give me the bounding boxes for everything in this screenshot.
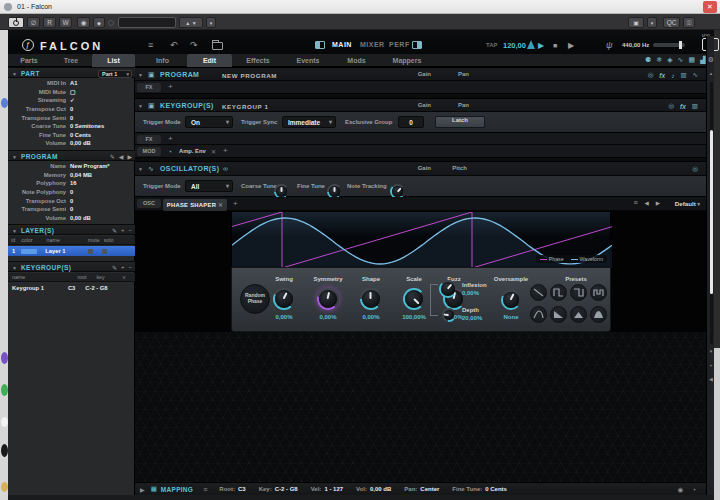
- property-value[interactable]: New Program*: [70, 163, 110, 169]
- plugin-activate-button[interactable]: [8, 17, 24, 28]
- main-menu-icon[interactable]: ≡: [148, 40, 153, 50]
- song-play-button[interactable]: ▶: [568, 41, 574, 50]
- output-icon[interactable]: ◎: [648, 71, 654, 79]
- controller-icon[interactable]: ◈: [667, 56, 672, 64]
- fx-icon[interactable]: fx: [659, 72, 665, 79]
- tap-tempo-button[interactable]: TAP: [486, 42, 498, 48]
- part-section-header[interactable]: ▼ PART Part 1: [8, 67, 135, 78]
- prev-program-icon[interactable]: ◀: [119, 153, 124, 160]
- property-value[interactable]: 0: [70, 106, 73, 112]
- stop-button[interactable]: ■: [553, 42, 557, 49]
- scroll-up-arrow[interactable]: ▴: [707, 70, 715, 76]
- midi-note-icon[interactable]: ♪: [671, 72, 674, 79]
- collapse-triangle-icon[interactable]: ▼: [12, 228, 17, 234]
- program-name[interactable]: NEW PROGRAM: [222, 72, 277, 79]
- status-field[interactable]: Pan:Center: [404, 486, 439, 492]
- close-button[interactable]: ✕: [703, 1, 717, 13]
- edit-icon[interactable]: ✎: [112, 227, 117, 234]
- add-mod-button[interactable]: +: [223, 146, 228, 155]
- property-value[interactable]: 0: [70, 189, 73, 195]
- collapse-triangle-icon[interactable]: ▼: [12, 154, 17, 160]
- preset-square-button[interactable]: [550, 284, 567, 301]
- collapse-triangle-icon[interactable]: ▼: [12, 71, 17, 77]
- lock-status-icon[interactable]: ◔: [692, 486, 696, 494]
- property-value[interactable]: 0: [70, 198, 73, 204]
- scrollbar-thumb[interactable]: [710, 130, 713, 294]
- next-preset-icon[interactable]: ▶: [656, 200, 660, 206]
- trigger-sync-dropdown[interactable]: Immediate: [282, 116, 336, 128]
- keygroup-root[interactable]: C3: [68, 285, 75, 291]
- envelope-icon[interactable]: ◔: [168, 148, 172, 155]
- symmetry-knob[interactable]: [317, 288, 339, 310]
- part-selector[interactable]: Part 1: [98, 70, 132, 78]
- status-field[interactable]: Fine Tune:0 Cents: [452, 486, 507, 492]
- edit-icon[interactable]: ✎: [112, 264, 117, 271]
- settings-gear-icon[interactable]: ⚙: [707, 56, 715, 64]
- property-value[interactable]: 0 Semitones: [70, 123, 104, 129]
- mapping-empty-area[interactable]: [135, 332, 706, 482]
- remove-mod-icon[interactable]: ✕: [211, 148, 216, 155]
- status-field-value[interactable]: 0,00 dB: [370, 486, 391, 492]
- levels-icon[interactable]: ▥: [680, 71, 686, 79]
- snapshot-icon[interactable]: ▣: [628, 17, 644, 28]
- preset-menu-dropdown[interactable]: ▾: [206, 17, 216, 28]
- mapping-menu-icon[interactable]: ≡: [203, 486, 207, 493]
- add-fx-button[interactable]: +: [168, 82, 173, 91]
- depth-knob[interactable]: [442, 308, 456, 322]
- snowflake-icon[interactable]: ❄: [656, 56, 662, 64]
- property-value[interactable]: ✓: [70, 97, 75, 103]
- collapse-panel-arrow[interactable]: ◀: [707, 376, 715, 382]
- record-button[interactable]: ◉: [77, 17, 90, 28]
- left-panel-toggle-icon[interactable]: [315, 41, 325, 49]
- remove-keygroup-icon[interactable]: −: [128, 264, 132, 271]
- main-tab-edit[interactable]: Edit: [187, 54, 232, 67]
- swing-knob[interactable]: [273, 288, 295, 310]
- right-panel-toggle-icon[interactable]: [412, 41, 422, 49]
- main-tab-mods[interactable]: Mods: [334, 54, 379, 67]
- preset-round-saw-button[interactable]: [530, 306, 547, 323]
- output-icon[interactable]: ◎: [668, 102, 674, 110]
- property-value[interactable]: 0,00 dB: [70, 215, 91, 221]
- view-tab-mixer[interactable]: MIXER: [360, 41, 385, 48]
- preset-notch-button[interactable]: [590, 284, 607, 301]
- keygroup-row[interactable]: Keygroup 1 C3 C-2 - G8: [8, 283, 135, 293]
- menu-icon[interactable]: ≡: [633, 199, 637, 206]
- keygroup-name[interactable]: KEYGROUP 1: [222, 103, 268, 110]
- mapping-grid-icon[interactable]: ▦: [151, 485, 157, 493]
- status-field-value[interactable]: 0 Cents: [485, 486, 507, 492]
- master-tune-value[interactable]: 440,00 Hz: [622, 42, 649, 48]
- latch-button[interactable]: Latch: [435, 116, 485, 128]
- status-field[interactable]: Vel:1 - 127: [311, 486, 343, 492]
- collapse-triangle-icon[interactable]: ▼: [12, 265, 17, 271]
- keygroup-key-range[interactable]: C-2 - G8: [85, 285, 107, 291]
- property-value[interactable]: 0: [70, 115, 73, 121]
- shape-knob[interactable]: [360, 288, 382, 310]
- oversample-knob[interactable]: [501, 290, 521, 310]
- exclusive-group-field[interactable]: 0: [398, 116, 424, 128]
- trigger-mode-dropdown[interactable]: On: [185, 116, 233, 128]
- property-value[interactable]: 0,00 dB: [70, 140, 91, 146]
- property-value[interactable]: A1: [70, 80, 77, 86]
- phase-shaper-tab[interactable]: PHASE SHAPER ✕: [163, 199, 227, 211]
- sidebar-tab-parts[interactable]: Parts: [8, 54, 50, 67]
- add-layer-icon[interactable]: +: [121, 227, 125, 234]
- preset-pulse-button[interactable]: [570, 284, 587, 301]
- metronome-icon[interactable]: [527, 40, 535, 49]
- redo-icon[interactable]: ↷: [190, 40, 198, 50]
- quick-controls-button[interactable]: QC: [663, 17, 680, 28]
- visibility-icon[interactable]: ◉: [677, 486, 683, 494]
- preset-name-field[interactable]: [118, 17, 176, 28]
- remove-layer-icon[interactable]: −: [128, 227, 132, 234]
- program-section-header[interactable]: ▼ PROGRAM ✎ ◀ ▶: [8, 150, 135, 161]
- main-tab-info[interactable]: Info: [140, 54, 185, 67]
- preset-prev-next-buttons[interactable]: ▲ ▼: [179, 17, 203, 28]
- layer-row-selected[interactable]: 1 Layer 1: [8, 246, 135, 256]
- view-tab-main[interactable]: MAIN: [332, 41, 352, 48]
- expand-mapping-icon[interactable]: ▶: [140, 486, 145, 493]
- status-field-value[interactable]: C-2 - G8: [275, 486, 298, 492]
- lfo-icon[interactable]: ∿: [678, 56, 684, 64]
- property-value[interactable]: ▢: [70, 89, 75, 95]
- scale-knob[interactable]: [403, 288, 425, 310]
- inflexion-knob[interactable]: [439, 280, 457, 298]
- edit-icon[interactable]: ✎: [110, 153, 115, 160]
